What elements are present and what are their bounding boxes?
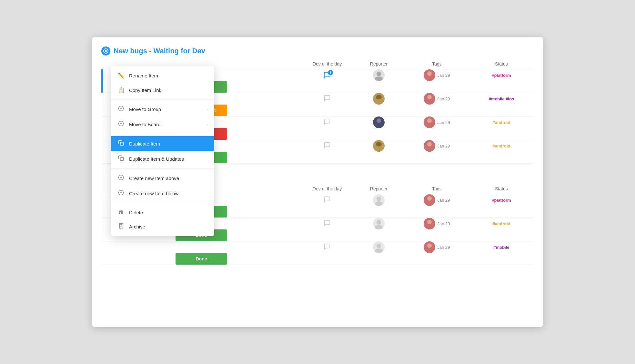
status-cell: Done (101, 253, 301, 265)
chat-cell: 1 (301, 71, 353, 79)
svg-point-21 (426, 201, 433, 206)
tag-cell: #android (469, 119, 534, 125)
col-header-tags: Tags (405, 61, 469, 66)
avatar (424, 140, 435, 152)
delete-icon: 🗑 (117, 209, 125, 216)
chat-cell (301, 196, 353, 204)
col-header-dev2: Dev of the day (301, 186, 353, 191)
svg-point-10 (377, 118, 381, 123)
menu-label-move-group: Move to Group (129, 106, 161, 112)
chat-icon-active[interactable]: 1 (323, 71, 331, 79)
reporter-cell: Jan 29 (405, 69, 469, 81)
tag-cell: #platform (469, 72, 534, 78)
chevron-right-icon: › (207, 122, 208, 127)
avatar (373, 93, 385, 105)
avatar (424, 69, 435, 81)
reporter-cell: Jan 29 (405, 93, 469, 105)
avatar (373, 116, 385, 128)
chat-icon[interactable] (324, 95, 331, 103)
menu-item-move-group[interactable]: Move to Group › (111, 102, 214, 117)
svg-point-6 (376, 95, 382, 99)
reporter-cell: Jan 29 (405, 241, 469, 253)
row-bar (101, 69, 103, 93)
tag-text: #android (493, 221, 510, 226)
svg-point-20 (427, 196, 432, 201)
board-icon (101, 46, 110, 56)
date-text: Jan 29 (437, 198, 450, 203)
chat-icon[interactable] (324, 142, 331, 150)
menu-item-create-below[interactable]: Create new Item below (111, 186, 214, 201)
archive-icon: 🗄 (117, 223, 125, 230)
chat-icon[interactable] (324, 243, 331, 251)
menu-label-duplicate-updates: Duplicate Item & Updates (129, 156, 184, 162)
move-board-icon (117, 121, 125, 128)
avatar (424, 116, 435, 128)
dev-avatar-cell (353, 218, 405, 229)
date-text: Jan 29 (437, 96, 450, 101)
menu-item-delete[interactable]: 🗑 Delete (111, 205, 214, 219)
menu-label-copy-link: Copy Item Link (129, 87, 161, 93)
svg-point-19 (375, 201, 383, 206)
menu-item-duplicate-updates[interactable]: Duplicate Item & Updates (111, 151, 214, 167)
status-badge[interactable]: Done (176, 253, 227, 265)
menu-label-create-below: Create new Item below (129, 191, 178, 196)
tag-cell: #mobile (469, 244, 534, 250)
svg-point-8 (427, 95, 432, 99)
chat-icon[interactable] (324, 196, 331, 204)
tag-text: #mobile (493, 245, 509, 250)
chat-icon[interactable] (324, 118, 331, 126)
dev-avatar-cell (353, 140, 405, 152)
svg-point-27 (375, 248, 383, 253)
date-text: Jan 29 (437, 120, 450, 125)
avatar (373, 140, 385, 152)
menu-label-duplicate: Duplicate Item (129, 141, 160, 147)
date-text: Jan 29 (437, 245, 450, 250)
date-text: Jan 29 (437, 221, 450, 226)
menu-label-archive: Archive (129, 224, 145, 229)
svg-point-4 (427, 71, 432, 76)
dev-avatar-cell (353, 93, 405, 105)
dev-avatar-cell (353, 194, 405, 206)
chat-icon[interactable] (324, 219, 331, 228)
avatar (373, 218, 385, 229)
context-menu: ✏️ Rename Item 📋 Copy Item Link Move to … (111, 66, 214, 236)
menu-item-duplicate[interactable]: Duplicate Item (111, 136, 214, 151)
svg-point-26 (377, 244, 381, 248)
reporter-cell: Jan 29 (405, 218, 469, 229)
menu-divider (111, 99, 214, 100)
svg-point-9 (426, 100, 433, 105)
col-header-reporter: Reporter (353, 61, 405, 66)
menu-item-copy-link[interactable]: 📋 Copy Item Link (111, 83, 214, 97)
svg-point-3 (375, 76, 383, 81)
svg-point-17 (426, 147, 433, 152)
menu-label-create-above: Create new Item above (129, 176, 179, 181)
date-text: Jan 29 (437, 73, 450, 78)
avatar (373, 69, 385, 81)
svg-point-16 (427, 142, 432, 147)
app-container: New bugs - Waiting for Dev Dev of the da… (92, 37, 543, 327)
tag-text: #android (493, 120, 510, 125)
tag-text: #platform (492, 198, 511, 203)
svg-point-15 (375, 147, 383, 152)
menu-divider (111, 203, 214, 203)
create-below-icon (117, 190, 125, 197)
chat-badge: 1 (328, 70, 333, 75)
menu-item-create-above[interactable]: Create new Item above (111, 171, 214, 186)
svg-rect-36 (120, 142, 124, 146)
duplicate-icon (117, 140, 125, 147)
col-header-status: Status (469, 61, 534, 66)
menu-item-move-board[interactable]: Move to Board › (111, 117, 214, 132)
svg-point-1 (105, 50, 107, 52)
date-text: Jan 29 (437, 144, 450, 148)
reporter-cell: Jan 29 (405, 140, 469, 152)
table-row: Jan 29 #mobile Done (101, 241, 534, 265)
create-above-icon (117, 175, 125, 182)
duplicate-updates-icon (117, 155, 125, 163)
tag-text-ios: #ios (506, 96, 514, 101)
menu-item-rename[interactable]: ✏️ Rename Item (111, 68, 214, 83)
menu-item-archive[interactable]: 🗄 Archive (111, 219, 214, 234)
chat-cell (301, 219, 353, 228)
avatar (424, 194, 435, 206)
edit-icon: ✏️ (117, 72, 125, 79)
col-header-status2: Status (469, 186, 534, 191)
